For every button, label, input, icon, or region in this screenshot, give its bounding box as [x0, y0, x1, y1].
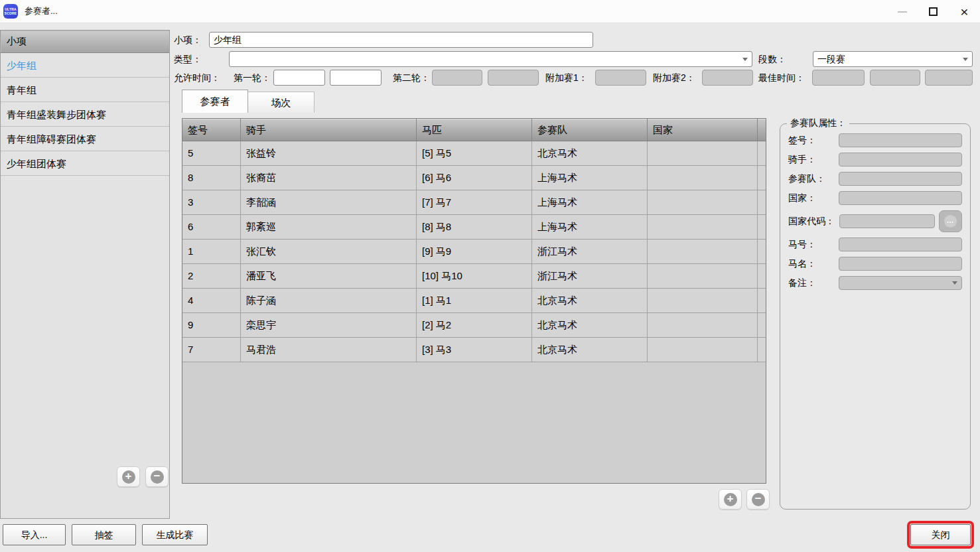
table-cell: 4: [182, 289, 241, 313]
table-cell-filler: [758, 289, 766, 313]
round1-time1-input[interactable]: [273, 70, 325, 86]
remove-event-button[interactable]: −: [145, 466, 169, 487]
chevron-down-icon: [952, 281, 957, 285]
property-input: [839, 257, 962, 271]
column-header[interactable]: 国家: [648, 119, 758, 141]
best-time3-input: [925, 70, 973, 86]
table-cell-filler: [758, 313, 766, 338]
chevron-down-icon: [963, 58, 968, 61]
sidebar-item-2[interactable]: 青年组: [1, 78, 169, 102]
table-cell: 上海马术: [532, 166, 648, 190]
tab-sessions[interactable]: 场次: [248, 92, 315, 113]
table-row[interactable]: 4陈子涵[1] 马1北京马术: [182, 289, 766, 313]
remove-participant-button[interactable]: −: [746, 489, 770, 510]
type-dropdown[interactable]: [229, 51, 752, 67]
table-row[interactable]: 5张益铃[5] 马5北京马术: [182, 141, 766, 166]
browse-button[interactable]: …: [939, 210, 962, 232]
table-row[interactable]: 9栾思宇[2] 马2北京马术: [182, 313, 766, 338]
table-row[interactable]: 7马君浩[3] 马3北京马术: [182, 338, 766, 362]
table-cell: [648, 338, 758, 362]
app-logo-line2: SCORE: [5, 11, 17, 15]
property-label: 国家代码：: [788, 216, 835, 228]
tab-participants[interactable]: 参赛者: [182, 90, 248, 113]
column-header[interactable]: 骑手: [241, 119, 417, 141]
round1-time2-input[interactable]: [330, 70, 382, 86]
generate-competition-button[interactable]: 生成比赛: [142, 524, 208, 545]
titlebar: ULTRA SCORE 参赛者... ×: [0, 0, 980, 23]
property-row: 国家：: [788, 191, 962, 205]
property-row: 马名：: [788, 257, 962, 271]
table-row[interactable]: 3李韶涵[7] 马7上海马术: [182, 190, 766, 215]
phase-label: 段数：: [758, 51, 786, 67]
participants-table-buttons: + −: [719, 489, 770, 510]
minimize-icon: [898, 11, 907, 13]
column-header[interactable]: 签号: [182, 119, 241, 141]
import-button[interactable]: 导入...: [3, 524, 66, 545]
sidebar-item-1[interactable]: 少年组: [1, 53, 169, 78]
window-title: 参赛者...: [25, 5, 58, 17]
table-row[interactable]: 2潘亚飞[10] 马10浙江马术: [182, 264, 766, 289]
draw-lots-button[interactable]: 抽签: [72, 524, 136, 545]
property-label: 签号：: [788, 135, 816, 147]
column-header[interactable]: 参赛队: [532, 119, 648, 141]
jumpoff1-input: [595, 70, 646, 86]
table-cell: 8: [182, 166, 241, 190]
close-window-button[interactable]: ×: [949, 0, 980, 23]
table-row[interactable]: 1张汇钦[9] 马9浙江马术: [182, 240, 766, 264]
ellipsis-icon: …: [944, 215, 957, 228]
table-cell: 1: [182, 240, 241, 264]
minimize-button[interactable]: [886, 0, 918, 23]
sidebar-item-5[interactable]: 少年组团体赛: [1, 151, 169, 176]
property-row: 骑手：: [788, 153, 962, 167]
table-cell-filler: [758, 190, 766, 215]
maximize-icon: [929, 7, 938, 16]
property-input: [839, 153, 962, 167]
sidebar-item-3[interactable]: 青年组盛装舞步团体赛: [1, 102, 169, 127]
table-row[interactable]: 8张裔茁[6] 马6上海马术: [182, 166, 766, 190]
chevron-down-icon: [742, 58, 748, 61]
table-cell: [648, 190, 758, 215]
table-cell: [648, 141, 758, 166]
table-cell: [7] 马7: [417, 190, 532, 215]
table-cell: [648, 289, 758, 313]
property-input: [839, 191, 962, 205]
sidebar-item-4[interactable]: 青年组障碍赛团体赛: [1, 127, 169, 151]
table-cell: [5] 马5: [417, 141, 532, 166]
properties-fields: 签号：骑手：参赛队：国家：国家代码：…马号：马名：备注：: [780, 128, 970, 290]
table-row[interactable]: 6郭紊巡[8] 马8上海马术: [182, 215, 766, 240]
table-cell: 9: [182, 313, 241, 338]
jumpoff1-label: 附加赛1：: [545, 70, 588, 86]
event-name-input[interactable]: 少年组: [209, 32, 593, 48]
phase-dropdown[interactable]: 一段赛: [813, 51, 973, 67]
table-cell-filler: [758, 264, 766, 289]
add-event-button[interactable]: +: [117, 466, 140, 487]
column-header[interactable]: 马匹: [417, 119, 532, 141]
table-cell: 浙江马术: [532, 264, 648, 289]
property-row: 签号：: [788, 133, 962, 147]
maximize-button[interactable]: [918, 0, 949, 23]
add-participant-button[interactable]: +: [719, 489, 742, 510]
table-cell: 3: [182, 190, 241, 215]
type-label: 类型：: [174, 51, 202, 67]
table-cell: 上海马术: [532, 190, 648, 215]
table-cell: [3] 马3: [417, 338, 532, 362]
table-cell: [648, 166, 758, 190]
table-cell: [8] 马8: [417, 215, 532, 240]
table-cell: 北京马术: [532, 141, 648, 166]
team-properties-panel: 参赛队属性： 签号：骑手：参赛队：国家：国家代码：…马号：马名：备注：: [780, 123, 971, 510]
table-cell: [2] 马2: [417, 313, 532, 338]
table-cell: 上海马术: [532, 215, 648, 240]
event-name-label: 小项：: [174, 32, 202, 48]
close-button[interactable]: 关闭: [910, 524, 971, 545]
country-code-input: [839, 214, 935, 228]
table-cell: 浙江马术: [532, 240, 648, 264]
property-input: [839, 238, 962, 251]
jumpoff2-label: 附加赛2：: [653, 70, 695, 86]
round2-time2-input: [488, 70, 539, 86]
table-cell: 2: [182, 264, 241, 289]
property-label: 备注：: [788, 277, 816, 289]
plus-icon: +: [724, 493, 737, 506]
participants-table: 签号骑手马匹参赛队国家 5张益铃[5] 马5北京马术8张裔茁[6] 马6上海马术…: [182, 118, 766, 484]
property-row: 参赛队：: [788, 172, 962, 186]
table-cell-filler: [758, 240, 766, 264]
